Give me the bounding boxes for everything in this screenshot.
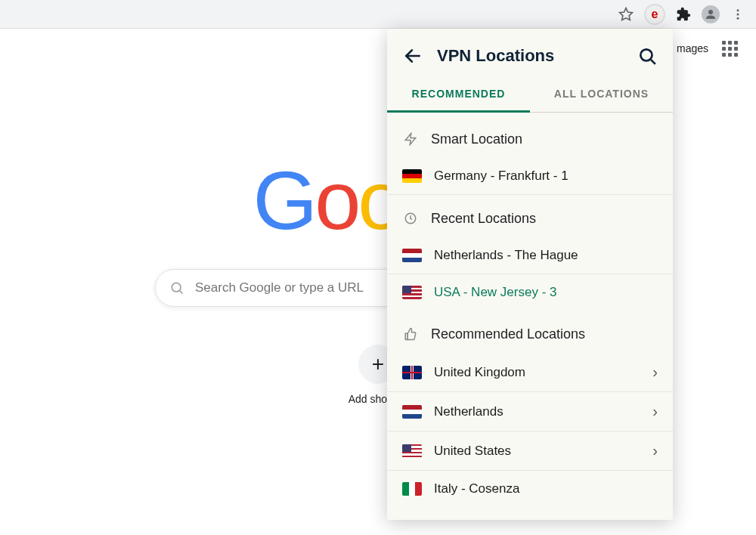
svg-point-2 xyxy=(737,9,739,11)
location-label: Italy - Cosenza xyxy=(434,481,658,496)
tab-all-locations[interactable]: ALL LOCATIONS xyxy=(530,77,673,112)
svg-point-3 xyxy=(737,13,739,15)
svg-point-5 xyxy=(172,283,181,292)
vpn-list: Smart Location Germany - Frankfurt - 1 R… xyxy=(387,113,673,520)
vpn-tabs: RECOMMENDED ALL LOCATIONS xyxy=(387,77,673,113)
recommended-location-item[interactable]: Netherlands› xyxy=(387,392,673,431)
extensions-puzzle-icon[interactable] xyxy=(676,7,691,22)
section-smart: Smart Location xyxy=(387,116,673,158)
search-icon xyxy=(169,280,184,295)
flag-germany-icon xyxy=(402,169,422,183)
recommended-location-item[interactable]: United States› xyxy=(387,431,673,471)
recent-location-item[interactable]: USA - New Jersey - 3 xyxy=(387,274,673,311)
location-label: United States xyxy=(434,444,640,459)
svg-marker-10 xyxy=(405,134,416,145)
lightning-icon xyxy=(402,131,419,147)
vpn-extension-icon[interactable]: e xyxy=(644,4,665,25)
flag-icon xyxy=(402,482,422,496)
location-label: United Kingdom xyxy=(434,365,640,380)
back-arrow-icon[interactable] xyxy=(402,45,423,66)
svg-point-4 xyxy=(737,17,739,19)
section-recent: Recent Locations xyxy=(387,195,673,237)
flag-icon xyxy=(402,444,422,458)
vpn-popup: VPN Locations RECOMMENDED ALL LOCATIONS … xyxy=(387,29,673,520)
svg-point-1 xyxy=(708,10,713,14)
recommended-locations-header: Recommended Locations xyxy=(431,326,585,342)
chevron-right-icon: › xyxy=(652,403,658,420)
recommended-location-item[interactable]: Italy - Cosenza xyxy=(387,471,673,507)
chevron-right-icon: › xyxy=(652,363,658,381)
svg-marker-0 xyxy=(620,8,633,20)
tab-recommended[interactable]: RECOMMENDED xyxy=(387,77,530,113)
recent-location-item[interactable]: Netherlands - The Hague xyxy=(387,237,673,274)
location-label: Netherlands - The Hague xyxy=(434,248,658,263)
smart-location-item[interactable]: Germany - Frankfurt - 1 xyxy=(387,158,673,195)
vpn-title: VPN Locations xyxy=(437,46,623,66)
search-icon[interactable] xyxy=(637,45,658,66)
profile-avatar-icon[interactable] xyxy=(702,5,720,23)
browser-toolbar: e xyxy=(0,0,756,29)
flag-icon xyxy=(402,286,422,299)
svg-point-8 xyxy=(640,49,652,60)
flag-icon xyxy=(402,366,422,379)
svg-line-6 xyxy=(180,291,183,294)
thumbs-up-icon xyxy=(402,326,419,342)
recommended-location-item[interactable]: United Kingdom› xyxy=(387,353,673,392)
apps-grid-icon[interactable] xyxy=(722,41,738,57)
images-link-partial[interactable]: mages xyxy=(677,42,708,54)
location-label: USA - New Jersey - 3 xyxy=(434,285,658,300)
recent-locations-header: Recent Locations xyxy=(431,211,536,227)
smart-location-label: Germany - Frankfurt - 1 xyxy=(434,169,658,184)
clock-icon xyxy=(402,210,419,227)
location-label: Netherlands xyxy=(434,404,640,419)
flag-icon xyxy=(402,405,422,419)
flag-icon xyxy=(402,249,422,262)
chevron-right-icon: › xyxy=(652,442,658,459)
svg-line-9 xyxy=(651,60,655,64)
bookmark-star-icon[interactable] xyxy=(618,7,634,22)
smart-location-header: Smart Location xyxy=(431,131,522,147)
section-recommended: Recommended Locations xyxy=(387,311,673,353)
browser-menu-icon[interactable] xyxy=(730,7,745,22)
vpn-header: VPN Locations xyxy=(387,29,673,77)
